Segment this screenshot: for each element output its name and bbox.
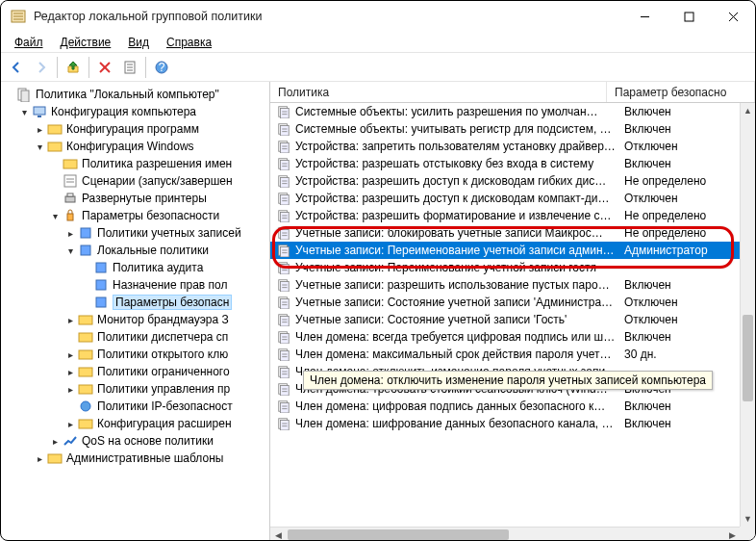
- tree-account-policies[interactable]: ▸Политики учетных записей: [64, 224, 269, 242]
- toolbar: ?: [1, 53, 755, 82]
- policy-row[interactable]: Учетные записи: Переименование учетной з…: [270, 242, 755, 259]
- forward-button[interactable]: [30, 56, 53, 79]
- column-param[interactable]: Параметр безопасно: [607, 82, 755, 102]
- policy-name: Системные объекты: усилить разрешения по…: [295, 105, 620, 118]
- policy-param: Включен: [624, 157, 755, 170]
- caret-down-icon[interactable]: ▾: [34, 141, 45, 152]
- policy-row[interactable]: Член домена: цифровая подпись данных без…: [270, 398, 755, 415]
- tree-user-rights[interactable]: Назначение прав пол: [80, 276, 269, 294]
- scroll-left-icon[interactable]: ◀: [270, 528, 286, 541]
- caret-right-icon[interactable]: ▸: [64, 314, 76, 325]
- policy-row[interactable]: Член домена: всегда требуется цифровая п…: [270, 328, 755, 346]
- scroll-up-icon[interactable]: ▲: [741, 103, 755, 118]
- policy-row[interactable]: Устройства: разрешить форматирование и и…: [270, 207, 755, 224]
- maximize-button[interactable]: [667, 1, 711, 32]
- tree-network-list[interactable]: Политики диспетчера сп: [64, 328, 269, 346]
- svg-rect-63: [281, 299, 290, 310]
- caret-right-icon[interactable]: ▸: [64, 383, 76, 395]
- close-button[interactable]: [711, 1, 755, 32]
- back-button[interactable]: [5, 56, 28, 79]
- menu-view[interactable]: Вид: [120, 34, 157, 51]
- vertical-scrollbar[interactable]: ▲ ▼: [740, 103, 755, 527]
- policy-row[interactable]: Системные объекты: учитывать регистр для…: [270, 120, 755, 138]
- scroll-thumb[interactable]: [288, 529, 509, 540]
- policy-row[interactable]: Учетные записи: разрешить использование …: [270, 276, 755, 294]
- policy-row[interactable]: Устройства: разрешить доступ к дисковода…: [270, 172, 755, 190]
- tree-software-policies[interactable]: ▸Конфигурация программ: [34, 120, 269, 138]
- tree-computer-config[interactable]: ▾ Конфигурация компьютера: [18, 103, 269, 120]
- svg-rect-47: [281, 161, 290, 171]
- policy-row[interactable]: Устройства: разрешать отстыковку без вхо…: [270, 155, 755, 172]
- policy-row[interactable]: Учетные записи: Состояние учетной записи…: [270, 294, 755, 311]
- policy-icon: [276, 104, 291, 119]
- column-policy[interactable]: Политика: [270, 82, 607, 102]
- policy-row[interactable]: Член домена: максимальный срок действия …: [270, 346, 755, 363]
- policy-row[interactable]: Учетные записи: Переименование учетной з…: [270, 259, 755, 276]
- caret-down-icon[interactable]: ▾: [64, 245, 76, 256]
- caret-right-icon[interactable]: ▸: [64, 418, 76, 429]
- tree-app-control[interactable]: ▸Политики управления пр: [64, 380, 269, 398]
- tree-security-settings[interactable]: ▾Параметры безопасности: [49, 207, 269, 224]
- policy-name: Учетные записи: Состояние учетной записи…: [295, 313, 620, 326]
- menu-file[interactable]: Файл: [7, 34, 51, 51]
- svg-rect-53: [281, 213, 290, 223]
- delete-button[interactable]: [93, 56, 116, 79]
- svg-rect-22: [63, 160, 77, 168]
- svg-rect-38: [79, 420, 92, 428]
- caret-right-icon[interactable]: ▸: [34, 123, 45, 135]
- tree-scripts[interactable]: Сценарии (запуск/завершен: [49, 172, 269, 190]
- scroll-right-icon[interactable]: ▶: [724, 528, 740, 541]
- tree-audit-policy[interactable]: Политика аудита: [80, 259, 269, 276]
- tree-deployed-printers[interactable]: Развернутые принтеры: [49, 190, 269, 207]
- tree-local-policies[interactable]: ▾Локальные политики: [64, 242, 269, 259]
- tree-label: Политики диспетчера сп: [97, 330, 228, 344]
- scroll-down-icon[interactable]: ▼: [741, 511, 755, 527]
- list-header: Политика Параметр безопасно: [270, 82, 755, 103]
- menu-help[interactable]: Справка: [159, 34, 219, 51]
- tree-windows-config[interactable]: ▾Конфигурация Windows: [34, 138, 269, 155]
- caret-down-icon[interactable]: ▾: [18, 106, 30, 117]
- tree-ipsec[interactable]: Политики IP-безопасност: [64, 398, 269, 415]
- caret-right-icon[interactable]: ▸: [64, 366, 76, 377]
- menu-action[interactable]: Действие: [53, 34, 119, 51]
- tree-label: Конфигурация расширен: [97, 417, 232, 430]
- up-button[interactable]: [62, 56, 85, 79]
- caret-right-icon[interactable]: ▸: [64, 227, 76, 239]
- policy-row[interactable]: Устройства: запретить пользователям уста…: [270, 138, 755, 155]
- minimize-button[interactable]: [622, 1, 667, 32]
- caret-down-icon[interactable]: ▾: [49, 210, 61, 221]
- window-title: Редактор локальной групповой политики: [34, 10, 622, 23]
- svg-rect-18: [34, 107, 45, 115]
- policy-icon: [276, 156, 291, 171]
- policy-name: Член домена: цифровая подпись данных без…: [295, 399, 620, 413]
- horizontal-scrollbar[interactable]: ◀ ▶: [270, 527, 740, 541]
- policy-icon: [276, 139, 291, 154]
- caret-right-icon[interactable]: ▸: [64, 348, 76, 360]
- tree-name-resolution[interactable]: Политика разрешения имен: [49, 155, 269, 172]
- svg-rect-33: [79, 333, 92, 342]
- tree-software-restriction[interactable]: ▸Политики ограниченного: [64, 363, 269, 380]
- policy-row[interactable]: Системные объекты: усилить разрешения по…: [270, 103, 755, 120]
- scroll-thumb[interactable]: [743, 315, 753, 401]
- caret-right-icon[interactable]: ▸: [49, 435, 61, 447]
- tree-root[interactable]: Политика "Локальный компьютер": [3, 86, 269, 103]
- tree-firewall-monitor[interactable]: ▸Монитор брандмауэра З: [64, 311, 269, 328]
- policy-row[interactable]: Член домена: шифрование данных безопасно…: [270, 415, 755, 432]
- help-button[interactable]: ?: [150, 56, 173, 79]
- tree-adv-audit[interactable]: ▸Конфигурация расширен: [64, 415, 269, 432]
- policy-row[interactable]: Учетные записи: Состояние учетной записи…: [270, 311, 755, 328]
- policy-icon: [276, 416, 291, 431]
- policy-icon: [276, 173, 291, 189]
- tree-pane[interactable]: Политика "Локальный компьютер" ▾ Конфигу…: [1, 82, 270, 541]
- policy-row[interactable]: Учетные записи: блокировать учетные запи…: [270, 224, 755, 242]
- tree-admin-templates[interactable]: ▸Административные шаблоны: [34, 450, 269, 467]
- tooltip: Член домена: отключить изменение пароля …: [303, 371, 713, 390]
- policy-name: Устройства: разрешать отстыковку без вхо…: [295, 157, 620, 170]
- caret-right-icon[interactable]: ▸: [34, 452, 45, 464]
- policy-row[interactable]: Устройства: разрешить доступ к дисковода…: [270, 190, 755, 207]
- tree-public-key[interactable]: ▸Политики открытого клю: [64, 346, 269, 363]
- tree-qos[interactable]: ▸QoS на основе политики: [49, 432, 269, 450]
- properties-button[interactable]: [118, 56, 141, 79]
- toolbar-separator: [145, 57, 146, 78]
- tree-security-options[interactable]: Параметры безопасн: [80, 294, 269, 311]
